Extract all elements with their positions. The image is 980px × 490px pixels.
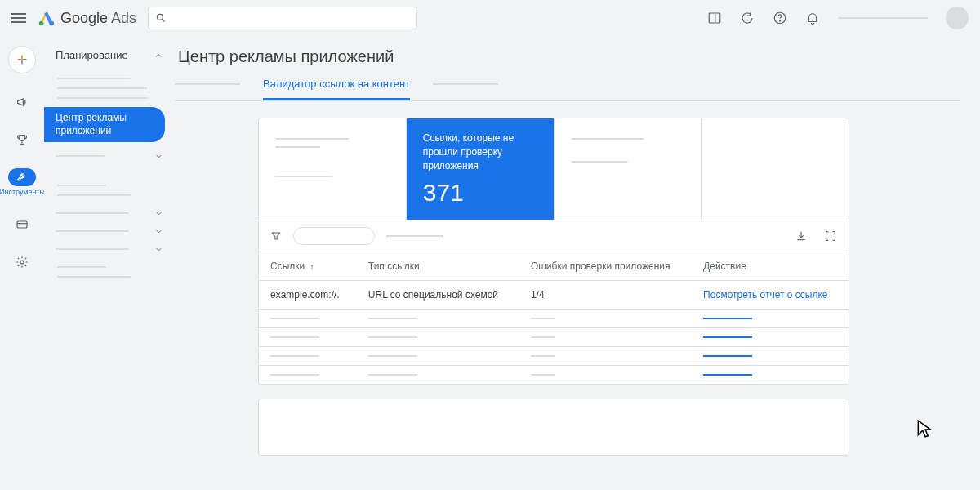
product-logo: Google Ads [38, 9, 136, 27]
svg-point-2 [157, 14, 163, 20]
chevron-down-icon[interactable] [154, 245, 163, 254]
svg-point-7 [780, 20, 781, 21]
svg-line-3 [163, 20, 165, 22]
stat-cell-active[interactable]: Ссылки, которые не прошли проверку прило… [407, 118, 555, 220]
cell-action-link[interactable] [703, 355, 752, 357]
main-content: Центр рекламы приложений Валидатор ссыло… [175, 36, 980, 490]
tab[interactable] [433, 83, 498, 85]
avatar[interactable] [946, 7, 969, 29]
table-row [259, 328, 849, 347]
chevron-down-icon[interactable] [154, 227, 163, 236]
validator-card: Ссылки, которые не прошли проверку прило… [258, 118, 849, 385]
help-icon[interactable] [773, 11, 787, 25]
menu-icon[interactable] [11, 13, 26, 23]
rail-item-tools[interactable]: Инструменты [6, 168, 38, 196]
side-item[interactable] [56, 155, 105, 157]
table-row: example.com://. URL со специальной схемо… [259, 281, 849, 310]
sort-asc-icon: ↑ [310, 261, 314, 271]
tab-active[interactable]: Валидатор ссылок на контент [263, 78, 410, 100]
stat-cell[interactable] [259, 118, 407, 220]
cell-type: URL со специальной схемой [357, 281, 519, 310]
side-item[interactable] [57, 276, 131, 278]
search-icon [155, 12, 167, 24]
trophy-icon [16, 133, 29, 146]
side-heading: Планирование [56, 49, 128, 61]
svg-rect-14 [17, 221, 27, 228]
tools-icon [16, 171, 29, 184]
side-item[interactable] [57, 78, 131, 79]
download-icon[interactable] [795, 229, 808, 243]
refresh-icon[interactable] [740, 11, 755, 25]
rail-item-campaigns[interactable] [6, 93, 38, 111]
side-item[interactable] [57, 87, 147, 89]
cell-action-link[interactable]: Посмотреть отчет о ссылке [703, 289, 827, 301]
rail-item-admin[interactable] [6, 253, 38, 271]
filter-placeholder [386, 235, 443, 237]
table-row [259, 310, 849, 328]
col-links[interactable]: Ссылки↑ [259, 252, 357, 281]
col-type[interactable]: Тип ссылки [357, 252, 519, 281]
cursor-icon [915, 418, 936, 439]
bell-icon[interactable] [805, 11, 820, 25]
filter-icon[interactable] [270, 230, 282, 242]
side-panel: Планирование Центр рекламы приложений [44, 36, 175, 490]
svg-rect-4 [709, 13, 720, 23]
search-input[interactable] [148, 7, 417, 29]
links-table: Ссылки↑ Тип ссылки Ошибки проверки прило… [259, 252, 849, 385]
chevron-down-icon[interactable] [154, 152, 163, 161]
page-title: Центр рекламы приложений [175, 36, 980, 78]
create-button[interactable] [8, 46, 36, 74]
chevron-down-icon[interactable] [154, 209, 163, 218]
side-item[interactable] [56, 230, 129, 232]
stat-label: Ссылки, которые не прошли проверку прило… [423, 131, 537, 172]
side-item-active[interactable]: Центр рекламы приложений [44, 107, 165, 142]
brand-text-1: Google [60, 10, 108, 26]
col-errors[interactable]: Ошибки проверки приложения [519, 252, 692, 281]
table-row [259, 366, 849, 385]
svg-point-1 [50, 21, 54, 25]
brand-text-2: Ads [111, 10, 136, 26]
side-item[interactable] [56, 248, 129, 250]
rail-item-label: Инструменты [0, 188, 45, 196]
col-action[interactable]: Действие [692, 252, 849, 281]
account-placeholder [838, 17, 928, 19]
filter-chip[interactable] [293, 227, 375, 245]
expand-icon[interactable] [824, 229, 837, 243]
side-item[interactable] [57, 266, 106, 268]
megaphone-icon [16, 96, 29, 109]
svg-point-0 [39, 21, 44, 25]
tab[interactable] [175, 83, 240, 85]
gear-icon [16, 256, 29, 269]
side-item[interactable] [57, 97, 147, 99]
side-item[interactable] [57, 194, 131, 196]
cell-action-link[interactable] [703, 336, 752, 338]
rail-item-billing[interactable] [6, 216, 38, 234]
rail-item-goals[interactable] [6, 131, 38, 149]
cell-action-link[interactable] [703, 318, 752, 319]
cell-link: example.com://. [259, 281, 357, 310]
table-row [259, 347, 849, 366]
cell-action-link[interactable] [703, 374, 752, 376]
side-item[interactable] [56, 212, 129, 214]
nav-rail: Инструменты [0, 36, 44, 490]
side-item[interactable] [57, 185, 106, 186]
stat-value: 371 [423, 179, 537, 207]
cell-errors: 1/4 [519, 281, 692, 310]
panel-icon[interactable] [707, 11, 722, 25]
card-icon [16, 218, 29, 231]
svg-point-16 [20, 261, 24, 264]
stat-cell[interactable] [702, 118, 849, 220]
tabs: Валидатор ссылок на контент [175, 78, 960, 101]
svg-marker-17 [272, 233, 279, 239]
secondary-card [258, 399, 849, 456]
stat-cell[interactable] [555, 118, 702, 220]
chevron-up-icon[interactable] [154, 51, 163, 60]
